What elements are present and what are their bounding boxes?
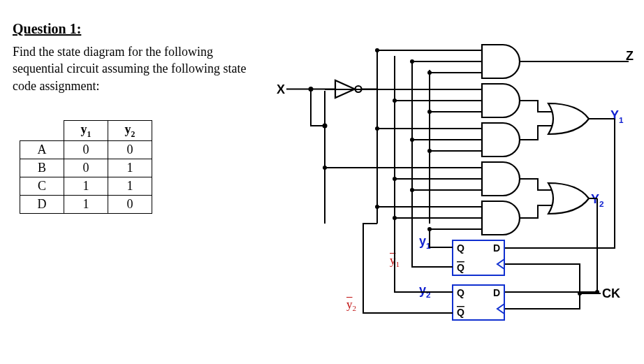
table-row: B 0 1 [20, 159, 152, 177]
svg-point-10 [393, 177, 397, 181]
svg-point-15 [427, 71, 432, 75]
svg-point-13 [410, 138, 414, 142]
ff-q-label: Q [457, 287, 464, 298]
cell-y2: 0 [108, 140, 152, 159]
page: Question 1: Find the state diagram for t… [0, 0, 644, 364]
col-header-y1: y1 [64, 121, 108, 141]
state-label: A [20, 140, 64, 159]
table-row: C 1 1 [20, 177, 152, 195]
state-label: D [20, 195, 64, 213]
cell-y1: 0 [64, 140, 108, 159]
svg-point-20 [578, 291, 582, 296]
cell-y2: 0 [108, 195, 152, 213]
ff-d-label: D [493, 287, 500, 298]
table-row: D 1 0 [20, 195, 152, 213]
ff-qbar-label: Q [457, 307, 464, 318]
svg-point-9 [393, 99, 397, 103]
table-row: A 0 0 [20, 140, 152, 159]
state-label: C [20, 177, 64, 195]
ff-q-label: Q [457, 242, 464, 254]
question-prompt: Find the state diagram for the following… [13, 43, 264, 94]
ff-d-label: D [493, 242, 500, 254]
or-gate-icon [548, 183, 589, 214]
or-gate-icon [548, 103, 589, 134]
state-label: B [20, 159, 64, 177]
svg-point-16 [427, 110, 432, 114]
and-gate-icon [482, 123, 520, 156]
circuit-diagram: Q Q D Q Q D [272, 42, 636, 349]
flip-flop-2-icon: Q Q D [453, 285, 504, 320]
cell-y2: 1 [108, 177, 152, 195]
flip-flop-1-icon: Q Q D [453, 240, 504, 275]
cell-y1: 0 [64, 159, 108, 177]
cell-y1: 1 [64, 177, 108, 195]
ff-qbar-label: Q [457, 262, 464, 273]
and-gate-icon [482, 162, 520, 196]
svg-point-5 [375, 48, 379, 52]
cell-y1: 1 [64, 195, 108, 213]
table-corner-blank [20, 121, 64, 141]
cell-y2: 1 [108, 159, 152, 177]
table-header-row: y1 y2 [20, 121, 152, 141]
state-code-table: y1 y2 A 0 0 B 0 1 C 1 1 D 1 0 [20, 120, 152, 214]
svg-point-6 [375, 126, 379, 131]
and-gate-icon [482, 84, 520, 117]
svg-point-14 [410, 188, 414, 192]
and-gate-icon [482, 45, 520, 78]
svg-point-8 [323, 166, 327, 170]
svg-point-11 [393, 216, 397, 220]
svg-point-17 [427, 149, 432, 153]
svg-point-12 [410, 59, 414, 64]
svg-point-7 [375, 205, 379, 209]
question-title: Question 1: [13, 21, 81, 37]
and-gate-icon [482, 201, 520, 235]
col-header-y2: y2 [108, 121, 152, 141]
